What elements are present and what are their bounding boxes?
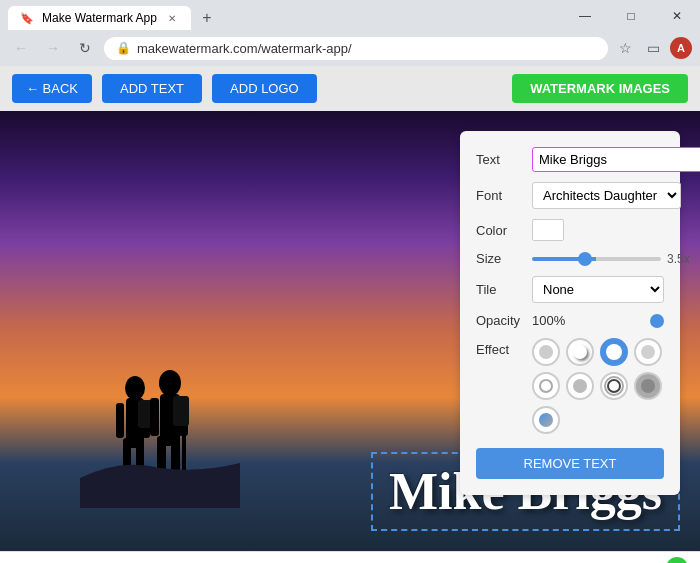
effect-label: Effect bbox=[476, 338, 532, 357]
url-bar[interactable]: 🔒 makewatermark.com/watermark-app/ bbox=[104, 37, 608, 60]
text-input[interactable] bbox=[532, 147, 700, 172]
size-row: Size 3.5x bbox=[476, 251, 664, 266]
opacity-row: Opacity 100% bbox=[476, 313, 664, 328]
effect-outline-button[interactable] bbox=[634, 338, 662, 366]
tile-select[interactable]: None Tile 2x2 Tile 3x3 bbox=[532, 276, 664, 303]
tab-title: Make Watermark App bbox=[42, 11, 157, 25]
add-logo-button[interactable]: ADD LOGO bbox=[212, 74, 317, 103]
minimize-button[interactable]: — bbox=[562, 0, 608, 32]
opacity-label: Opacity bbox=[476, 313, 532, 328]
color-label: Color bbox=[476, 223, 532, 238]
background-image: Mike Briggs Text Font Architects Daughte… bbox=[0, 111, 700, 551]
svg-point-7 bbox=[159, 370, 181, 396]
back-button[interactable]: ← BACK bbox=[12, 74, 92, 103]
reload-button[interactable]: ↻ bbox=[72, 35, 98, 61]
browser-actions: ☆ ▭ A bbox=[614, 37, 692, 59]
new-tab-button[interactable]: + bbox=[195, 6, 219, 30]
back-button[interactable]: ← bbox=[8, 35, 34, 61]
svg-rect-6 bbox=[138, 400, 152, 428]
tab-close-button[interactable]: ✕ bbox=[165, 11, 179, 25]
font-row: Font Architects Daughter Arial Times New… bbox=[476, 182, 664, 209]
font-select[interactable]: Architects Daughter Arial Times New Roma… bbox=[532, 182, 681, 209]
silhouette bbox=[80, 308, 240, 511]
opacity-value: 100% bbox=[532, 313, 650, 328]
app-toolbar: ← BACK ADD TEXT ADD LOGO WATERMARK IMAGE… bbox=[0, 66, 700, 111]
footer: PREMIUM EDITION ? bbox=[0, 551, 700, 563]
browser-tab[interactable]: 🔖 Make Watermark App ✕ bbox=[8, 6, 191, 30]
svg-point-0 bbox=[125, 376, 145, 400]
svg-rect-11 bbox=[150, 398, 159, 436]
url-text: makewatermark.com/watermark-app/ bbox=[137, 41, 352, 56]
effect-4-button[interactable] bbox=[566, 372, 594, 400]
color-row: Color bbox=[476, 219, 664, 241]
tile-row: Tile None Tile 2x2 Tile 3x3 bbox=[476, 276, 664, 303]
font-label: Font bbox=[476, 188, 532, 203]
effect-3-button[interactable] bbox=[532, 372, 560, 400]
add-text-button[interactable]: ADD TEXT bbox=[102, 74, 202, 103]
tile-label: Tile bbox=[476, 282, 532, 297]
maximize-button[interactable]: □ bbox=[608, 0, 654, 32]
profile-avatar[interactable]: A bbox=[670, 37, 692, 59]
bookmark-icon[interactable]: ☆ bbox=[614, 37, 636, 59]
size-slider[interactable] bbox=[532, 257, 661, 261]
forward-button[interactable]: → bbox=[40, 35, 66, 61]
help-button[interactable]: ? bbox=[666, 557, 688, 564]
lock-icon: 🔒 bbox=[116, 41, 131, 55]
close-button[interactable]: ✕ bbox=[654, 0, 700, 32]
window-controls: — □ ✕ bbox=[562, 0, 700, 32]
svg-rect-4 bbox=[116, 403, 124, 438]
effect-7-button[interactable] bbox=[532, 406, 560, 434]
effect-none-button[interactable] bbox=[532, 338, 560, 366]
title-bar: 🔖 Make Watermark App ✕ + — □ ✕ bbox=[0, 0, 700, 30]
canvas-area: Mike Briggs Text Font Architects Daughte… bbox=[0, 111, 700, 551]
svg-rect-14 bbox=[173, 396, 189, 426]
effect-row: Effect bbox=[476, 338, 664, 434]
effect-shadow-button[interactable] bbox=[566, 338, 594, 366]
effect-5-button[interactable] bbox=[600, 372, 628, 400]
edit-panel: Text Font Architects Daughter Arial Time… bbox=[460, 131, 680, 495]
effect-6-button[interactable] bbox=[634, 372, 662, 400]
color-swatch[interactable] bbox=[532, 219, 564, 241]
text-row: Text bbox=[476, 147, 664, 172]
address-bar: ← → ↻ 🔒 makewatermark.com/watermark-app/… bbox=[0, 30, 700, 66]
remove-text-button[interactable]: REMOVE TEXT bbox=[476, 448, 664, 479]
effect-highlight-button[interactable] bbox=[600, 338, 628, 366]
watermark-images-button[interactable]: WATERMARK IMAGES bbox=[512, 74, 688, 103]
cast-icon[interactable]: ▭ bbox=[642, 37, 664, 59]
size-value: 3.5x bbox=[667, 252, 690, 266]
text-field-label: Text bbox=[476, 152, 532, 167]
size-label: Size bbox=[476, 251, 532, 266]
opacity-indicator bbox=[650, 314, 664, 328]
